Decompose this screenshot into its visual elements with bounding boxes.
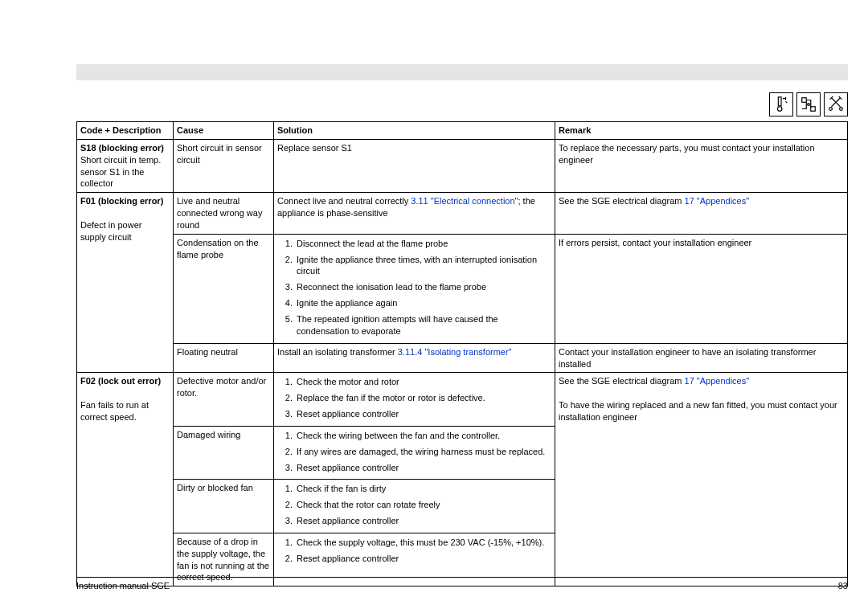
footer-right: 83 <box>838 581 848 591</box>
list-item: Check that the rotor can rotate freely <box>295 498 551 514</box>
main-content: Code + Description Cause Solution Remark… <box>76 64 848 586</box>
troubleshooting-table: Code + Description Cause Solution Remark… <box>76 121 848 586</box>
list-item: Replace the fan if the motor or rotor is… <box>295 391 551 407</box>
cell-remark: See the SGE electrical diagram 17 "Appen… <box>555 373 848 586</box>
page-footer: Instruction manual SGE 83 <box>76 577 848 591</box>
table-row: F02 (lock out error) Fan fails to run at… <box>77 373 848 427</box>
cell-remark: Contact your installation engineer to ha… <box>555 343 848 373</box>
cell-cause: Live and neutral connected wrong way rou… <box>174 193 274 235</box>
list-item: If any wires are damaged, the wiring har… <box>295 445 551 461</box>
cell-cause: Dirty or blocked fan <box>174 480 274 533</box>
cell-solution: Check the motor and rotor Replace the fa… <box>274 373 555 427</box>
cell-solution: Check if the fan is dirty Check that the… <box>274 480 555 533</box>
cell-code: F01 (blocking error) Defect in power sup… <box>77 193 174 373</box>
cell-solution: Install an isolating transformer 3.11.4 … <box>274 343 555 373</box>
list-item: The repeated ignition attempts will have… <box>295 313 551 341</box>
code-desc: Short circuit in temp. sensor S1 in the … <box>80 155 161 189</box>
table-row: S18 (blocking error) Short circuit in te… <box>77 139 848 192</box>
code-title: F02 (lock out error) <box>80 376 161 386</box>
list-item: Disconnect the lead at the flame probe <box>295 237 551 253</box>
cell-solution: Disconnect the lead at the flame probe I… <box>274 234 555 343</box>
svg-rect-2 <box>802 98 807 103</box>
cell-solution: Connect live and neutral correctly 3.11 … <box>274 193 555 235</box>
list-item: Ignite the appliance again <box>295 296 551 313</box>
icons-row <box>76 92 848 116</box>
header-bar <box>76 64 848 80</box>
table-row: Condensation on the flame probe Disconne… <box>77 234 848 343</box>
remark-text: See the SGE electrical diagram <box>559 196 685 206</box>
cell-cause: Floating neutral <box>174 343 274 373</box>
cell-remark: See the SGE electrical diagram 17 "Appen… <box>555 193 848 235</box>
col-cause: Cause <box>174 122 274 140</box>
cell-code: S18 (blocking error) Short circuit in te… <box>77 139 174 192</box>
svg-point-1 <box>777 107 782 112</box>
cell-remark: If errors persist, contact your installa… <box>555 234 848 343</box>
list-item: Check if the fan is dirty <box>295 482 551 498</box>
cell-cause: Short circuit in sensor circuit <box>174 139 274 192</box>
list-item: Ignite the appliance three times, with a… <box>295 253 551 281</box>
list-item: Check the wiring between the fan and the… <box>295 429 551 445</box>
solution-text: Install an isolating transformer <box>277 347 398 357</box>
table-row: F01 (blocking error) Defect in power sup… <box>77 193 848 235</box>
flow-icon <box>796 92 821 116</box>
cell-cause: Defective motor and/or rotor. <box>174 373 274 427</box>
svg-point-6 <box>840 108 843 111</box>
col-code: Code + Description <box>77 122 174 140</box>
code-desc: Fan fails to run at correct speed. <box>80 400 149 422</box>
svg-point-5 <box>829 108 833 111</box>
list-item: Reset appliance controller <box>295 514 551 530</box>
list-item: Check the supply voltage, this must be 2… <box>295 536 551 552</box>
svg-rect-0 <box>778 97 781 106</box>
cell-solution: Replace sensor S1 <box>274 139 555 192</box>
cell-code: F02 (lock out error) Fan fails to run at… <box>77 373 174 586</box>
cell-solution: Check the wiring between the fan and the… <box>274 426 555 480</box>
cell-cause: Damaged wiring <box>174 426 274 480</box>
footer-left: Instruction manual SGE <box>76 581 170 591</box>
list-item: Reset appliance controller <box>295 552 551 568</box>
list-item: Reset appliance controller <box>295 461 551 477</box>
cell-remark: To replace the necessary parts, you must… <box>555 139 848 192</box>
code-title: F01 (blocking error) <box>80 196 163 206</box>
cross-reference[interactable]: 3.11 "Electrical connection" <box>411 196 518 206</box>
table-row: Floating neutral Install an isolating tr… <box>77 343 848 373</box>
tools-icon <box>824 92 848 116</box>
col-solution: Solution <box>274 122 555 140</box>
svg-rect-3 <box>811 107 816 112</box>
solution-text: Connect live and neutral correctly <box>277 196 411 206</box>
svg-point-4 <box>808 104 810 106</box>
thermo-icon <box>769 92 793 116</box>
cross-reference[interactable]: 17 "Appendices" <box>685 196 750 206</box>
code-title: S18 (blocking error) <box>80 143 164 153</box>
list-item: Check the motor and rotor <box>295 375 551 391</box>
code-desc: Defect in power supply circuit <box>80 220 141 242</box>
list-item: Reset appliance controller <box>295 407 551 423</box>
cross-reference[interactable]: 17 "Appendices" <box>685 376 750 386</box>
remark-text: See the SGE electrical diagram <box>559 376 685 386</box>
table-header-row: Code + Description Cause Solution Remark <box>77 122 848 140</box>
remark-text: To have the wiring replaced and a new fa… <box>559 400 837 422</box>
cross-reference[interactable]: 3.11.4 "Isolating transformer" <box>398 347 512 357</box>
col-remark: Remark <box>555 122 848 140</box>
cell-cause: Condensation on the flame probe <box>174 234 274 343</box>
list-item: Reconnect the ionisation lead to the fla… <box>295 280 551 296</box>
